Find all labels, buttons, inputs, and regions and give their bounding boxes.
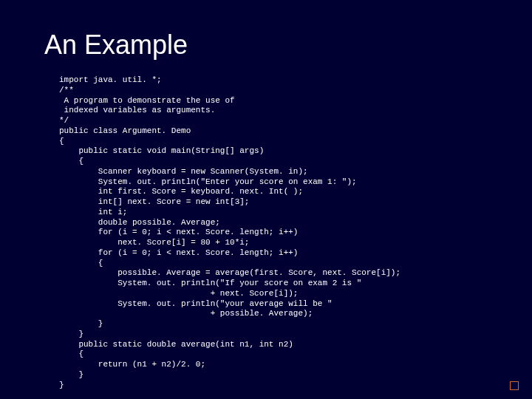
code-block: import java. util. *; /** A program to d… [59, 75, 488, 390]
slide: An Example import java. util. *; /** A p… [0, 0, 532, 399]
footer-decoration [510, 381, 519, 390]
slide-title: An Example [44, 30, 488, 61]
